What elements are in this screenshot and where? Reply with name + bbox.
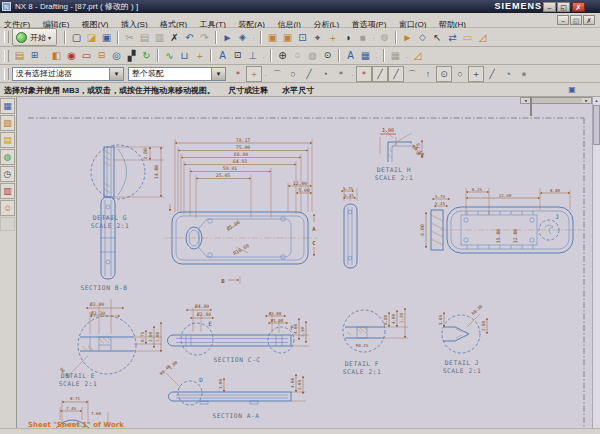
dim-text[interactable]: R0.25 — [356, 343, 369, 348]
snap-arc-icon[interactable]: ◔ — [317, 66, 333, 82]
snap-enable-icon[interactable]: ＊ — [356, 66, 372, 82]
grid-caret-icon[interactable]: . — [403, 53, 410, 59]
dim-text[interactable]: 1.20 — [399, 312, 404, 323]
view-label[interactable]: SECTION A-A — [212, 412, 259, 419]
detail-callout-j[interactable]: J — [555, 213, 559, 220]
snap-point-icon[interactable]: ＋ — [246, 66, 262, 82]
dim-text[interactable]: 7.60 — [91, 411, 102, 416]
dim-text[interactable]: 0.75 — [140, 331, 145, 342]
update-views-icon[interactable]: ↻ — [139, 48, 154, 63]
dim-text[interactable]: 12.00 — [293, 181, 308, 186]
vertical-scrollbar[interactable]: ▲ — [592, 97, 600, 428]
view-plan-right[interactable]: J 6.25 12.50 8.00 5.75 5.25 35.00 32.00 … — [420, 187, 582, 254]
target-point-icon[interactable]: ⊙ — [320, 48, 335, 63]
snap-rosette-icon[interactable]: ＊ — [230, 66, 246, 82]
display-more-icon[interactable]: ◍ — [377, 30, 392, 45]
view-scale-label[interactable]: SCALE 2:1 — [59, 380, 98, 387]
snap-plus-icon[interactable]: ＋ — [468, 66, 484, 82]
dim-text[interactable]: R0.30 — [471, 303, 484, 315]
view-section-bb[interactable]: SECTION B-B — [80, 197, 127, 291]
selection-scope-combo[interactable]: 整个装配 ▼ — [128, 67, 226, 81]
section-arrow-b[interactable]: B — [221, 278, 225, 284]
dim-text[interactable]: 1.00 — [155, 331, 160, 342]
assembly-navigator-icon[interactable]: ▦ — [0, 98, 15, 114]
combo-dropdown-icon[interactable]: ▼ — [109, 68, 123, 80]
snap-caret-icon[interactable]: . — [262, 71, 269, 77]
grid-icon[interactable]: ▦ — [388, 48, 403, 63]
dim-text[interactable]: 78.17 — [236, 138, 251, 143]
part-navigator-icon[interactable]: ▤ — [0, 132, 15, 148]
dim-text[interactable]: 3.80 — [143, 148, 148, 160]
snap-rect-icon[interactable]: ＊ — [333, 66, 349, 82]
snap-quadrant-icon[interactable]: ◔ — [500, 66, 516, 82]
view-scale-label[interactable]: SCALE 2:1 — [343, 368, 382, 375]
table-caret-icon[interactable]: . — [373, 53, 380, 59]
dim-text[interactable]: 7.45 — [66, 406, 77, 411]
redo-icon[interactable]: ↷ — [197, 30, 212, 45]
pick-icon[interactable]: ► — [220, 30, 235, 45]
dim-text[interactable]: 4.00 — [391, 313, 396, 324]
center-mark-icon[interactable]: ⊕ — [275, 48, 290, 63]
snap-end-icon[interactable]: ⌒ — [269, 66, 285, 82]
snap-center-icon[interactable]: ⊙ — [436, 66, 452, 82]
view-detail-e[interactable]: R0.40 Ø3.00 Ø2.20 0.75 2.60 1.00 DETAIL … — [59, 299, 162, 387]
overflow-caret-icon[interactable]: . — [250, 34, 257, 40]
view-label[interactable]: SECTION C-C — [213, 356, 260, 363]
cut-icon[interactable]: ✂ — [122, 30, 137, 45]
snap-up-icon[interactable]: ↑ — [420, 66, 436, 82]
wireframe-display-icon[interactable]: ■ — [355, 30, 370, 45]
view-side-mid[interactable]: 5.75 5.25 — [341, 186, 357, 269]
detail-callout-d[interactable]: D — [199, 376, 203, 383]
delete-icon[interactable]: ✗ — [167, 30, 182, 45]
selection-filter-combo[interactable]: 没有选择过滤器 ▼ — [12, 67, 124, 81]
selection-handles-icon[interactable]: ◈ — [235, 30, 250, 45]
child-minimize-button[interactable]: – — [557, 15, 569, 25]
view-section-aa[interactable]: D R0.40 2.00 3.00 4.00 2.05 SECTION A-A — [159, 359, 306, 419]
constraint-navigator-icon[interactable]: ▧ — [0, 115, 15, 131]
save-icon[interactable]: ▣ — [99, 30, 114, 45]
view-plan-top[interactable]: Ø5.00 R10.00 A C B — [164, 204, 318, 284]
dim-text[interactable]: 3.05 — [438, 314, 443, 325]
toolbar-grip[interactable] — [4, 68, 9, 80]
copy-icon[interactable]: ▤ — [137, 30, 152, 45]
palette-icon[interactable]: ▥ — [0, 183, 15, 199]
snap-curve-icon[interactable]: ╱ — [301, 66, 317, 82]
dim-text[interactable]: 1.50 — [300, 326, 305, 337]
view-label[interactable]: DETAIL J — [445, 359, 479, 366]
detail-callout-e[interactable]: E — [208, 320, 212, 327]
shaded-display-icon[interactable]: ◑ — [340, 30, 355, 45]
section-arrow-c[interactable]: C — [312, 240, 315, 246]
dim-text[interactable]: Ø2.20 — [91, 311, 106, 316]
drawing-sheet[interactable]: 3.80 14.00 DETAIL G SCALE 2:1 78.17 75.0… — [17, 97, 592, 428]
combo-dropdown-icon[interactable]: ▼ — [211, 68, 225, 80]
step-curve-icon[interactable]: ⊔ — [177, 48, 192, 63]
toolbar-grip[interactable] — [4, 50, 9, 62]
reuse-library-icon[interactable]: ◍ — [0, 149, 15, 165]
dim-text[interactable]: 8.00 — [550, 188, 561, 193]
dim-text[interactable]: R10.00 — [232, 243, 250, 256]
view-detail-g[interactable]: 3.80 14.00 DETAIL G SCALE 2:1 — [91, 145, 164, 229]
view-detail-f[interactable]: R0.25 0.80 4.00 1.20 DETAIL F SCALE 2:1 — [343, 308, 408, 375]
snap-sphere-icon[interactable]: ● — [516, 66, 532, 82]
view-label[interactable]: DETAIL F — [345, 360, 379, 367]
toolbar-overflow-scrollbar[interactable]: ◄ ► — [520, 97, 592, 104]
scroll-right-icon[interactable]: ► — [582, 98, 591, 103]
dim-text[interactable]: 32.00 — [513, 229, 518, 244]
dim-text[interactable]: 75.00 — [236, 145, 251, 150]
half-section-icon[interactable]: ⊟ — [94, 48, 109, 63]
dim-text[interactable]: 2.00 — [168, 359, 179, 370]
child-close-button[interactable]: ✗ — [583, 15, 595, 25]
app-icon[interactable]: N — [2, 2, 11, 11]
dimension-chain[interactable]: 78.17 75.00 68.00 64.93 50.01 25.05 12.0… — [175, 138, 312, 219]
scroll-left-icon[interactable]: ◄ — [521, 98, 530, 103]
toolbar-grip[interactable] — [4, 31, 9, 43]
restore-button[interactable]: ◱ — [557, 2, 570, 12]
view-label[interactable]: DETAIL E — [61, 372, 95, 379]
zoom-box-icon[interactable]: ⊡ — [295, 30, 310, 45]
undo-icon[interactable]: ↶ — [182, 30, 197, 45]
scroll-up-icon[interactable]: ▲ — [593, 97, 600, 105]
pan-icon[interactable]: ＋ — [325, 30, 340, 45]
projected-view-icon[interactable]: ◉ — [64, 48, 79, 63]
resource-blank-tab[interactable] — [0, 217, 15, 231]
cursor-select-icon[interactable]: ↖ — [430, 30, 445, 45]
